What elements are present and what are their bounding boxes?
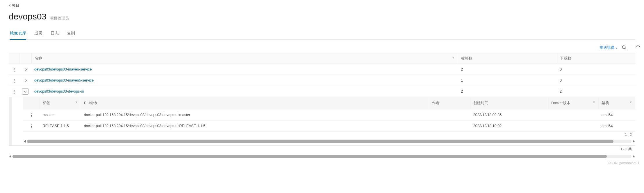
table-row: RELEASE-1.1.5 docker pull 192.168.204.15… (23, 120, 635, 131)
cell-downloads: 2 (557, 86, 635, 97)
col-tag-label: 标签 (43, 101, 50, 105)
page-title: devops03 (9, 12, 47, 21)
col-downloads[interactable]: 下载数 (557, 53, 635, 64)
cell-downloads: 0 (557, 75, 635, 86)
repo-link[interactable]: devops03/devops03-maven5-service (34, 78, 94, 82)
tab-replication[interactable]: 复制 (67, 28, 75, 40)
cell-docker-ver (548, 109, 599, 120)
tag-table: 标签 ▼ Pull命令 作者 创建时间 Docker版本 (23, 97, 635, 131)
scroll-right-icon[interactable] (633, 140, 635, 143)
chevron-down-icon: ⌄ (615, 46, 618, 49)
filter-icon[interactable]: ▼ (75, 101, 78, 104)
filter-icon[interactable]: ▼ (593, 101, 596, 104)
col-tags-label: 标签数 (461, 56, 472, 60)
row-menu[interactable] (13, 78, 16, 84)
cell-created: 2023/12/18 10:02 (470, 120, 548, 131)
tab-members[interactable]: 成员 (34, 28, 42, 40)
expansion-bar (9, 97, 12, 145)
search-icon[interactable] (622, 45, 627, 50)
svg-point-0 (622, 46, 625, 49)
inner-pagination: 1 - 2 (23, 131, 635, 138)
breadcrumb-back[interactable]: < 项目 (9, 3, 19, 8)
tab-bar: 镜像仓库 成员 日志 复制 (9, 28, 635, 40)
cell-pull: docker pull 192.168.204.15/devops03/devo… (81, 120, 429, 131)
refresh-icon[interactable] (635, 45, 641, 50)
repo-link[interactable]: devops03/devops03-devops-ui (34, 89, 84, 93)
tab-logs[interactable]: 日志 (51, 28, 59, 40)
cell-author (429, 109, 470, 120)
push-image-link[interactable]: 推送镜像 ⌄ (600, 45, 618, 50)
table-row: devops03/devops03-maven-service 2 0 (9, 64, 635, 75)
table-row: devops03/devops03-devops-ui 2 2 (9, 86, 635, 97)
tab-repos[interactable]: 镜像仓库 (10, 28, 26, 40)
repo-table: 名称 ▼ 标签数 下载数 devops03/devops03-maven-ser… (9, 53, 635, 146)
row-menu[interactable] (30, 112, 33, 118)
scroll-left-icon[interactable] (24, 140, 26, 143)
col-tags[interactable]: 标签数 (458, 53, 557, 64)
watermark: CSDN @cronaldo91 (0, 159, 644, 165)
col-name-label: 名称 (35, 56, 42, 60)
col-author[interactable]: 作者 (429, 97, 470, 109)
row-menu[interactable] (13, 89, 16, 95)
cell-tags: 1 (458, 75, 557, 86)
cell-pull: docker pull 192.168.204.15/devops03/devo… (81, 109, 429, 120)
outer-pagination: 1 - 3 共 (9, 146, 635, 153)
cell-author (429, 120, 470, 131)
col-pull[interactable]: Pull命令 (81, 97, 429, 109)
cell-arch: amd64 (599, 120, 635, 131)
col-docker-ver-label: Docker版本 (551, 101, 570, 105)
inner-h-scrollbar[interactable] (23, 139, 635, 144)
scroll-right-icon[interactable] (633, 155, 635, 158)
repo-link[interactable]: devops03/devops03-maven-service (34, 67, 92, 71)
filter-icon[interactable]: ▼ (629, 101, 632, 104)
col-tag[interactable]: 标签 ▼ (40, 97, 81, 109)
col-arch-label: 架构 (602, 101, 609, 105)
expanded-row: 标签 ▼ Pull命令 作者 创建时间 Docker版本 (9, 97, 635, 146)
col-created[interactable]: 创建时间 (470, 97, 548, 109)
table-row: devops03/devops03-maven5-service 1 0 (9, 75, 635, 86)
outer-h-scrollbar[interactable] (9, 154, 635, 159)
scroll-left-icon[interactable] (9, 155, 11, 158)
table-row: master docker pull 192.168.204.15/devops… (23, 109, 635, 120)
col-arch[interactable]: 架构 ▼ (599, 97, 635, 109)
row-menu[interactable] (30, 123, 33, 129)
col-downloads-label: 下载数 (560, 56, 571, 60)
cell-tags: 2 (458, 86, 557, 97)
expand-toggle[interactable] (24, 78, 26, 82)
cell-created: 2023/12/18 09:35 (470, 109, 548, 120)
push-image-label: 推送镜像 (600, 45, 615, 50)
expand-toggle[interactable] (22, 88, 28, 95)
cell-tag: RELEASE-1.1.5 (40, 120, 81, 131)
cell-tags: 2 (458, 64, 557, 75)
expand-toggle[interactable] (24, 67, 26, 71)
col-name[interactable]: 名称 ▼ (31, 53, 458, 64)
svg-line-1 (625, 48, 626, 50)
row-menu[interactable] (13, 67, 16, 73)
role-label: 项目管理员 (50, 16, 69, 21)
cell-docker-ver (548, 120, 599, 131)
cell-downloads: 0 (557, 64, 635, 75)
filter-icon[interactable]: ▼ (452, 56, 455, 59)
cell-arch: amd64 (599, 109, 635, 120)
cell-tag: master (40, 109, 81, 120)
toolbar-divider (631, 45, 631, 50)
col-docker-ver[interactable]: Docker版本 ▼ (548, 97, 599, 109)
